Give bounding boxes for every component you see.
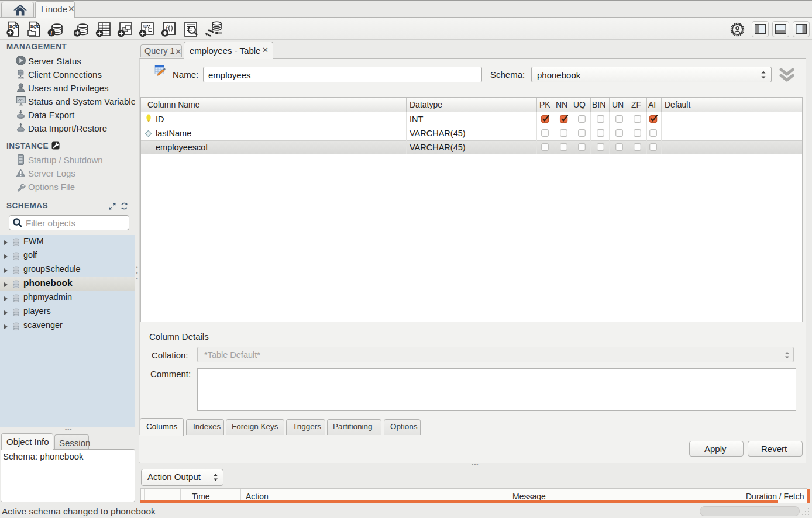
svg-text:SQL: SQL <box>9 24 19 29</box>
svg-text:i: i <box>50 30 52 36</box>
svg-text:SQL: SQL <box>30 24 40 29</box>
